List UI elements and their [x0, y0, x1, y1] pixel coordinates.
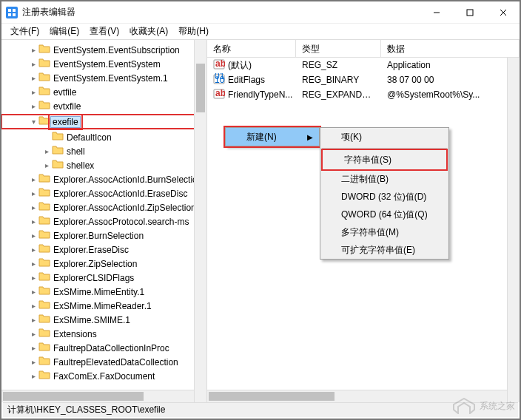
tree-item[interactable]: ▸ExSMime.MimeReader.1	[1, 299, 206, 313]
expand-icon[interactable]: ▾	[28, 118, 38, 126]
expand-icon[interactable]: ▸	[28, 245, 38, 254]
tree-item[interactable]: ▾exefile	[1, 115, 206, 129]
tree-item-label: DefaultIcon	[64, 132, 112, 143]
expand-icon[interactable]: ▸	[41, 147, 52, 155]
menu-favorites[interactable]: 收藏夹(A)	[125, 24, 172, 39]
column-type[interactable]: 类型	[296, 40, 381, 57]
expand-icon[interactable]: ▸	[28, 330, 38, 338]
expand-icon[interactable]: ▸	[28, 102, 38, 110]
minimize-button[interactable]	[420, 1, 453, 24]
tree-item-label: evtfile	[50, 87, 76, 98]
context-item[interactable]: 字符串值(S)	[323, 151, 446, 169]
folder-icon	[38, 257, 50, 271]
value-type: REG_SZ	[296, 59, 381, 71]
list-horizontal-scrollbar[interactable]	[207, 390, 507, 402]
context-submenu-type: 项(K)字符串值(S)二进制值(B)DWORD (32 位)值(D)QWORD …	[320, 127, 449, 260]
expand-icon[interactable]: ▸	[28, 74, 38, 82]
expand-icon[interactable]: ▸	[28, 175, 38, 183]
tree-item[interactable]: ▸Explorer.BurnSelection	[1, 228, 206, 243]
context-item[interactable]: QWORD (64 位)值(Q)	[320, 206, 448, 223]
tree-item-label: Explorer.EraseDisc	[50, 245, 129, 255]
expand-icon[interactable]: ▸	[28, 372, 38, 380]
close-button[interactable]	[486, 1, 520, 24]
context-item[interactable]: 二进制值(B)	[320, 170, 448, 188]
folder-icon	[52, 158, 64, 172]
list-row[interactable]: 01101001EditFlagsREG_BINARY38 07 00 00	[207, 72, 520, 87]
tree-item[interactable]: ▸FaxComEx.FaxDocument	[1, 369, 206, 383]
tree-item[interactable]: ▸EventSystem.EventSubscription	[1, 43, 206, 57]
value-type: REG_EXPAND_SZ	[296, 89, 381, 101]
tree-item[interactable]: ▸Explorer.AssocProtocol.search-ms	[1, 214, 206, 228]
tree-item[interactable]: ▸evtxfile	[1, 99, 206, 113]
tree-item[interactable]: ▸FaultrepDataCollectionInProc	[1, 341, 206, 355]
tree-item[interactable]: ▸FaultrepElevatedDataCollection	[1, 355, 206, 369]
expand-icon[interactable]: ▸	[28, 316, 38, 324]
context-item[interactable]: 多字符串值(M)	[320, 223, 448, 241]
expand-icon[interactable]: ▸	[28, 46, 38, 54]
expand-icon[interactable]: ▸	[28, 231, 38, 240]
maximize-button[interactable]	[453, 1, 486, 24]
folder-icon	[38, 115, 50, 129]
expand-icon[interactable]: ▸	[28, 344, 38, 352]
list-row[interactable]: ab(默认)REG_SZApplication	[207, 58, 520, 72]
folder-icon	[38, 243, 50, 257]
menu-help[interactable]: 帮助(H)	[174, 24, 213, 39]
expand-icon[interactable]: ▸	[28, 203, 38, 211]
tree-item[interactable]: ▸ExplorerCLSIDFlags	[1, 271, 206, 285]
menu-view[interactable]: 查看(V)	[85, 24, 124, 39]
value-data: @%SystemRoot%\Sy...	[381, 89, 520, 101]
folder-icon	[52, 130, 64, 144]
context-item[interactable]: 项(K)	[320, 128, 448, 146]
expand-icon[interactable]: ▸	[28, 302, 38, 310]
expand-icon[interactable]: ▸	[28, 217, 38, 226]
expand-icon[interactable]: ▸	[28, 60, 38, 68]
tree-item[interactable]: ▸ExSMime.MimeEntity.1	[1, 285, 206, 299]
context-item-new[interactable]: 新建(N) ▶	[226, 128, 319, 146]
list-vertical-scrollbar[interactable]	[507, 58, 520, 402]
folder-icon	[38, 99, 50, 113]
folder-icon	[52, 144, 64, 158]
tree-item[interactable]: ▸shell	[1, 144, 206, 158]
context-item[interactable]: 可扩充字符串值(E)	[320, 241, 448, 259]
tree-item-label: FaultrepElevatedDataCollection	[50, 357, 178, 368]
folder-icon	[38, 172, 50, 186]
tree-item[interactable]: ▸Explorer.AssocActionId.BurnSelection	[1, 172, 206, 186]
column-data[interactable]: 数据	[381, 40, 520, 57]
expand-icon[interactable]: ▸	[28, 274, 38, 282]
folder-icon	[38, 214, 50, 228]
expand-icon[interactable]: ▸	[28, 358, 38, 366]
tree-item[interactable]: DefaultIcon	[1, 130, 206, 144]
tree-item[interactable]: ▸Explorer.ZipSelection	[1, 257, 206, 271]
tree-item[interactable]: ▸EventSystem.EventSystem.1	[1, 71, 206, 85]
expand-icon[interactable]: ▸	[28, 260, 38, 268]
context-menu-new: 新建(N) ▶	[225, 127, 320, 146]
value-icon: 01101001	[213, 73, 228, 87]
tree-item[interactable]: ▸Explorer.AssocActionId.EraseDisc	[1, 186, 206, 200]
tree-item[interactable]: ▸EventSystem.EventSystem	[1, 57, 206, 71]
list-row[interactable]: abFriendlyTypeN...REG_EXPAND_SZ@%SystemR…	[207, 87, 520, 102]
expand-icon[interactable]: ▸	[28, 189, 38, 197]
tree-vertical-scrollbar[interactable]	[194, 40, 206, 402]
tree-item[interactable]: ▸ExSMime.SMIME.1	[1, 313, 206, 327]
value-type: REG_BINARY	[296, 74, 381, 86]
menu-file[interactable]: 文件(F)	[6, 24, 44, 39]
column-name[interactable]: 名称	[207, 40, 296, 57]
expand-icon[interactable]: ▸	[28, 288, 38, 296]
menu-bar: 文件(F) 编辑(E) 查看(V) 收藏夹(A) 帮助(H)	[1, 24, 520, 40]
tree-item[interactable]: ▸Extensions	[1, 327, 206, 341]
value-name: EditFlags	[228, 75, 265, 85]
expand-icon[interactable]: ▸	[28, 88, 38, 96]
tree-item-label: ExSMime.MimeReader.1	[50, 301, 152, 311]
tree-item[interactable]: ▸Explorer.AssocActionId.ZipSelection	[1, 200, 206, 214]
tree-item-label: ExSMime.MimeEntity.1	[50, 287, 144, 297]
context-item[interactable]: DWORD (32 位)值(D)	[320, 188, 448, 206]
tree-item[interactable]: ▸evtfile	[1, 85, 206, 99]
menu-edit[interactable]: 编辑(E)	[45, 24, 84, 39]
expand-icon[interactable]: ▸	[41, 161, 52, 169]
title-bar: 注册表编辑器	[1, 1, 520, 24]
tree-item-label: shellex	[64, 160, 94, 171]
tree-item[interactable]: ▸Explorer.EraseDisc	[1, 243, 206, 257]
tree-horizontal-scrollbar[interactable]	[1, 390, 194, 402]
context-item-label: 项(K)	[341, 131, 362, 143]
tree-item[interactable]: ▸shellex	[1, 158, 206, 172]
